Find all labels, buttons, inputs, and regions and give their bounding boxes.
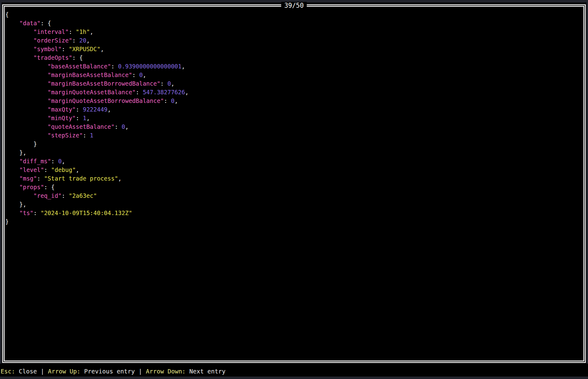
hint-key-arrow-up: Arrow Up: [48,367,80,376]
hint-action-close: Close [19,367,37,376]
hint-separator: | [41,367,44,376]
log-entry-viewer-panel: 39/50 { "data": { "interval": "1h", "ord… [2,4,586,363]
window-edge-left [0,2,2,364]
status-bar: Esc:Close | Arrow Up:Previous entry | Ar… [1,367,226,376]
hint-separator: | [138,367,142,376]
entry-pager: 39/50 [281,2,307,9]
hint-arrow-up-previous: Arrow Up:Previous entry [48,367,135,376]
log-entry-json: { "data": { "interval": "1h", "orderSize… [5,7,583,226]
hint-action-previous-entry: Previous entry [84,367,135,376]
window-edge-right [586,2,588,364]
hint-key-arrow-down: Arrow Down: [146,367,186,376]
hint-action-next-entry: Next entry [189,367,225,376]
hint-esc-close: Esc:Close [1,367,37,376]
hint-key-esc: Esc: [1,367,15,376]
hint-arrow-down-next: Arrow Down:Next entry [146,367,226,376]
window-edge-bottom [0,377,588,379]
